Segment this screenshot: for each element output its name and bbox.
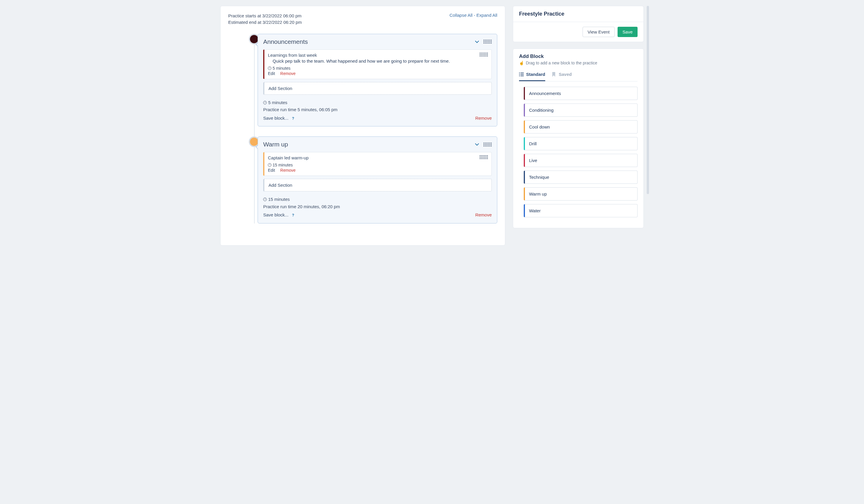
section-description: Quick pep talk to the team. What happene… [268, 59, 487, 63]
tab-label: Standard [526, 72, 545, 77]
block-run-time: Practice run time 20 minutes, 06:20 pm [263, 203, 492, 210]
add-block-hint: ☝ Drag to add a new block to the practic… [519, 61, 638, 65]
save-button[interactable]: Save [617, 27, 638, 37]
save-block-link[interactable]: Save block... [263, 212, 288, 217]
timeline-item: Announcements [257, 34, 497, 127]
block-card-announcements: Announcements [257, 34, 497, 127]
drag-handle-icon[interactable] [480, 53, 488, 57]
block-type-technique[interactable]: Technique [524, 170, 638, 184]
hand-pointer-icon: ☝ [519, 61, 524, 65]
timeline-line [254, 40, 255, 224]
svg-rect-0 [519, 73, 520, 73]
edit-section-link[interactable]: Edit [268, 168, 275, 172]
block-run-time: Practice run time 5 minutes, 06:05 pm [263, 106, 492, 113]
chevron-down-icon[interactable] [475, 142, 479, 147]
drag-handle-icon[interactable] [483, 143, 492, 146]
clock-icon [263, 197, 267, 201]
svg-rect-4 [519, 75, 520, 76]
block-type-drill[interactable]: Drill [524, 137, 638, 150]
block-type-cool-down[interactable]: Cool down [524, 120, 638, 133]
view-event-button[interactable]: View Event [583, 27, 615, 37]
svg-rect-2 [519, 74, 520, 75]
estimated-end: Estimated end at 3/22/2022 06:20 pm [228, 19, 302, 26]
save-block-link[interactable]: Save block... [263, 116, 288, 121]
expand-all-link[interactable]: Expand All [477, 13, 497, 17]
clock-icon [268, 163, 272, 167]
drag-handle-icon[interactable] [480, 155, 488, 159]
help-icon[interactable]: ? [291, 117, 295, 121]
edit-section-link[interactable]: Edit [268, 71, 275, 76]
svg-rect-3 [520, 74, 524, 75]
section-card: Learnings from last week Quick pep talk … [263, 49, 492, 79]
section-duration: 15 minutes [268, 163, 487, 167]
block-type-tabs: Standard Saved [519, 72, 638, 82]
remove-block-link[interactable]: Remove [475, 115, 492, 122]
add-block-title: Add Block [519, 53, 638, 59]
add-section-button[interactable]: Add Section [263, 82, 492, 95]
drag-handle-icon[interactable] [483, 40, 492, 44]
remove-block-link[interactable]: Remove [475, 212, 492, 218]
section-title: Learnings from last week [268, 53, 487, 58]
section-duration: 5 minutes [268, 66, 487, 71]
section-title: Captain led warm-up [268, 155, 487, 160]
clock-icon [268, 67, 272, 70]
add-block-card: Add Block ☝ Drag to add a new block to t… [513, 49, 644, 228]
block-type-conditioning[interactable]: Conditioning [524, 104, 638, 117]
remove-section-link[interactable]: Remove [280, 168, 296, 172]
tab-saved[interactable]: Saved [552, 72, 572, 81]
svg-rect-5 [520, 75, 524, 76]
bookmark-icon [552, 72, 556, 77]
help-icon[interactable]: ? [291, 213, 295, 218]
block-type-live[interactable]: Live [524, 154, 638, 167]
timeline-item: Warm up [257, 136, 497, 224]
block-title: Warm up [263, 141, 288, 148]
block-duration: 15 minutes [263, 196, 492, 203]
practice-builder-panel: Practice starts at 3/22/2022 06:00 pm Es… [220, 6, 505, 245]
practice-start: Practice starts at 3/22/2022 06:00 pm [228, 13, 302, 19]
block-type-announcements[interactable]: Announcements [524, 87, 638, 100]
collapse-expand-controls: Collapse All - Expand All [449, 13, 497, 17]
timeline: Announcements [228, 34, 497, 224]
block-type-warm-up[interactable]: Warm up [524, 187, 638, 201]
chevron-down-icon[interactable] [475, 39, 479, 44]
block-card-warm-up: Warm up [257, 136, 497, 224]
tab-label: Saved [559, 72, 572, 77]
remove-section-link[interactable]: Remove [280, 71, 296, 76]
svg-rect-1 [520, 73, 524, 73]
section-card: Captain led warm-up 15 minutes Edit Remo… [263, 152, 492, 176]
add-section-button[interactable]: Add Section [263, 179, 492, 191]
time-info: Practice starts at 3/22/2022 06:00 pm Es… [228, 13, 302, 26]
scrollbar[interactable] [647, 6, 649, 194]
block-type-water[interactable]: Water [524, 204, 638, 217]
list-icon [519, 72, 524, 77]
practice-title: Freestyle Practice [519, 11, 638, 17]
collapse-all-link[interactable]: Collapse All [449, 13, 472, 17]
practice-header-card: Freestyle Practice View Event Save [513, 6, 644, 42]
block-type-list: Announcements Conditioning Cool down Dri… [519, 87, 638, 223]
tab-standard[interactable]: Standard [519, 72, 545, 81]
block-duration: 5 minutes [263, 99, 492, 106]
clock-icon [263, 101, 267, 104]
block-title: Announcements [263, 38, 308, 45]
